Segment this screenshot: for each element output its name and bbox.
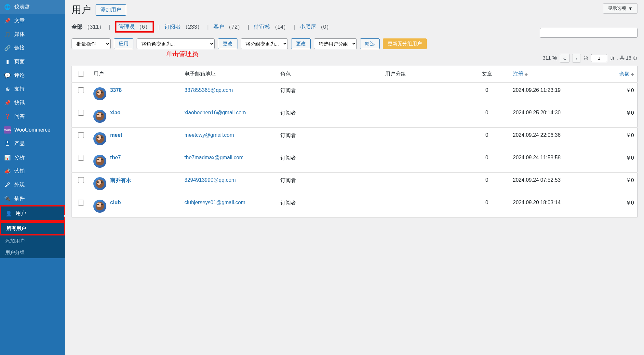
- sidebar-item-label: 外观: [14, 181, 25, 188]
- posts-cell: 0: [464, 105, 510, 128]
- filter-customer[interactable]: 客户: [213, 24, 224, 30]
- filter-button[interactable]: 筛选: [360, 38, 380, 49]
- user-link[interactable]: xiao: [110, 110, 121, 116]
- column-registered[interactable]: 注册◆: [510, 66, 601, 83]
- change-group-select[interactable]: 将分组变更为...: [241, 38, 288, 49]
- admin-sidebar: 🌐仪表盘 📌文章 🎵媒体 🔗链接 ▮页面 💬评论 ⊕支持 📌快讯 ❓问答 Woo…: [0, 0, 65, 355]
- sidebar-item-media[interactable]: 🎵媒体: [0, 27, 65, 41]
- sidebar-item-products[interactable]: 🗄产品: [0, 137, 65, 150]
- apply-button[interactable]: 应用: [114, 38, 133, 49]
- registered-cell: 2024.09.24 11:58:58: [510, 150, 601, 173]
- registered-cell: 2024.09.24 07:52:53: [510, 173, 601, 195]
- filter-subscriber-count: （233）: [182, 24, 203, 30]
- email-link[interactable]: 337855365@qq.com: [184, 87, 233, 93]
- balance-cell: ￥0: [601, 105, 637, 128]
- filter-subscriber[interactable]: 订阅者: [164, 24, 181, 30]
- sidebar-item-label: 用户: [16, 210, 26, 217]
- email-link[interactable]: clubjerseys01@gmail.com: [184, 200, 245, 205]
- column-balance[interactable]: 余额◆: [601, 66, 637, 83]
- avatar: [93, 155, 106, 168]
- filter-group-select[interactable]: 筛选用户分组: [314, 38, 357, 49]
- sidebar-item-support[interactable]: ⊕支持: [0, 82, 65, 96]
- email-link[interactable]: xiaobochen16@gmail.com: [184, 110, 246, 115]
- user-link[interactable]: 3378: [110, 87, 122, 93]
- row-checkbox[interactable]: [78, 177, 84, 183]
- sidebar-item-marketing[interactable]: 📣营销: [0, 164, 65, 178]
- filter-admin[interactable]: 管理员: [118, 24, 135, 30]
- screen-options-label: 显示选项: [608, 6, 626, 11]
- role-cell: 订阅者: [277, 128, 382, 150]
- sidebar-item-label: 媒体: [14, 31, 25, 38]
- submenu-all-users[interactable]: 所有用户: [0, 221, 65, 235]
- registered-cell: 2024.09.24 22:06:36: [510, 128, 601, 150]
- change-role-button[interactable]: 更改: [218, 38, 237, 49]
- avatar: [93, 177, 106, 190]
- woo-icon: Woo: [4, 126, 11, 134]
- registered-cell: 2024.09.26 11:23:19: [510, 83, 601, 105]
- table-row: meet meetcwy@gmail.com 订阅者 0 2024.09.24 …: [72, 128, 637, 150]
- user-link[interactable]: meet: [110, 132, 122, 138]
- user-link[interactable]: the7: [110, 155, 121, 161]
- sidebar-item-woocommerce[interactable]: WooWooCommerce: [0, 123, 65, 137]
- current-page-input[interactable]: [591, 54, 607, 62]
- chevron-down-icon: ▼: [628, 6, 633, 11]
- submenu-add-user[interactable]: 添加用户: [0, 235, 65, 247]
- group-cell: [382, 195, 464, 218]
- sidebar-item-analytics[interactable]: 📊分析: [0, 150, 65, 164]
- row-checkbox[interactable]: [78, 200, 84, 206]
- sidebar-item-qa[interactable]: ❓问答: [0, 109, 65, 123]
- search-input[interactable]: [540, 28, 637, 38]
- sidebar-item-plugins[interactable]: 🔌插件: [0, 192, 65, 205]
- column-group: 用户分组: [382, 66, 464, 83]
- row-checkbox[interactable]: [78, 87, 84, 93]
- group-cell: [382, 150, 464, 173]
- column-email[interactable]: 电子邮箱地址: [181, 66, 277, 83]
- update-ungrouped-button[interactable]: 更新无分组用户: [383, 38, 427, 49]
- filter-blacklist[interactable]: 小黑屋: [300, 24, 316, 30]
- sidebar-item-label: WooCommerce: [14, 127, 50, 133]
- main-content: 显示选项▼ 用户 添加用户 全部 （311） | 管理员 （6） | 订阅者 （…: [65, 0, 644, 355]
- role-cell: 订阅者: [277, 150, 382, 173]
- sidebar-item-appearance[interactable]: 🖌外观: [0, 178, 65, 192]
- group-cell: [382, 105, 464, 128]
- user-link[interactable]: 南乔有木: [110, 177, 131, 184]
- sidebar-item-dashboard[interactable]: 🌐仪表盘: [0, 0, 65, 14]
- submenu-user-groups[interactable]: 用户分组: [0, 247, 65, 258]
- add-user-button[interactable]: 添加用户: [96, 4, 126, 16]
- first-page-button[interactable]: «: [560, 54, 570, 63]
- sidebar-item-news[interactable]: 📌快讯: [0, 96, 65, 109]
- avatar: [93, 87, 106, 100]
- email-link[interactable]: 3294913990@qq.com: [184, 177, 236, 183]
- balance-cell: ￥0: [601, 173, 637, 195]
- sidebar-item-label: 快讯: [14, 99, 25, 106]
- user-link[interactable]: club: [110, 200, 121, 206]
- sidebar-item-users[interactable]: 👤用户: [1, 206, 64, 220]
- email-link[interactable]: meetcwy@gmail.com: [184, 132, 234, 138]
- bulk-action-select[interactable]: 批量操作: [72, 38, 111, 49]
- prev-page-button[interactable]: ‹: [572, 54, 581, 63]
- dashboard-icon: 🌐: [4, 3, 11, 10]
- user-icon: 👤: [5, 210, 12, 217]
- select-all-checkbox[interactable]: [78, 71, 84, 77]
- change-group-button[interactable]: 更改: [291, 38, 311, 49]
- media-icon: 🎵: [4, 31, 11, 38]
- email-link[interactable]: the7madmax@gmail.com: [184, 155, 244, 160]
- change-role-select[interactable]: 将角色变更为...: [137, 38, 215, 49]
- filter-all[interactable]: 全部: [72, 24, 83, 30]
- page-prefix: 第: [584, 55, 588, 61]
- screen-options-toggle[interactable]: 显示选项▼: [603, 3, 637, 14]
- sidebar-item-posts[interactable]: 📌文章: [0, 14, 65, 27]
- column-user[interactable]: 用户: [90, 66, 181, 83]
- sidebar-item-label: 营销: [14, 168, 25, 175]
- row-checkbox[interactable]: [78, 155, 84, 161]
- sidebar-item-links[interactable]: 🔗链接: [0, 41, 65, 55]
- sidebar-item-label: 页面: [14, 58, 25, 65]
- sidebar-item-label: 文章: [14, 17, 25, 24]
- row-checkbox[interactable]: [78, 110, 84, 116]
- filter-pending[interactable]: 待审核: [254, 24, 270, 30]
- sidebar-item-comments[interactable]: 💬评论: [0, 68, 65, 82]
- table-row: xiao xiaobochen16@gmail.com 订阅者 0 2024.0…: [72, 105, 637, 128]
- sidebar-item-pages[interactable]: ▮页面: [0, 55, 65, 68]
- balance-cell: ￥0: [601, 83, 637, 105]
- row-checkbox[interactable]: [78, 132, 84, 138]
